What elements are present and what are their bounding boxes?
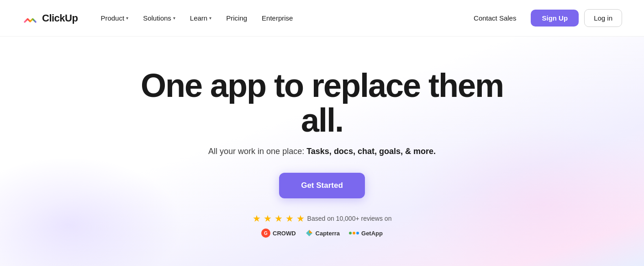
nav-enterprise[interactable]: Enterprise bbox=[255, 11, 299, 26]
logo-icon bbox=[22, 10, 38, 27]
g2-label: CROWD bbox=[273, 230, 296, 237]
star-1: ★ bbox=[253, 213, 261, 224]
getapp-label: GetApp bbox=[361, 230, 383, 237]
star-5: ★ bbox=[296, 213, 305, 224]
nav-right: Contact Sales Sign Up Log in bbox=[465, 9, 622, 27]
getapp-icon bbox=[349, 230, 359, 236]
nav-product[interactable]: Product ▾ bbox=[94, 11, 135, 26]
solutions-chevron-icon: ▾ bbox=[173, 16, 175, 21]
nav-solutions[interactable]: Solutions ▾ bbox=[137, 11, 182, 26]
star-3: ★ bbox=[274, 213, 283, 224]
svg-marker-1 bbox=[309, 230, 312, 233]
stars-row: ★ ★ ★ ★ ★ Based on 10,000+ reviews on bbox=[253, 213, 392, 224]
logo-text: ClickUp bbox=[42, 12, 78, 24]
g2-icon: G bbox=[261, 229, 270, 238]
logo-link[interactable]: ClickUp bbox=[22, 10, 78, 27]
signup-button[interactable]: Sign Up bbox=[531, 10, 579, 27]
star-4: ★ bbox=[285, 213, 294, 224]
hero-title: One app to replace them all. bbox=[116, 69, 528, 138]
contact-sales-button[interactable]: Contact Sales bbox=[465, 10, 525, 27]
nav-links: Product ▾ Solutions ▾ Learn ▾ Pricing En… bbox=[94, 11, 465, 26]
svg-point-4 bbox=[356, 232, 359, 234]
capterra-label: Capterra bbox=[316, 230, 340, 237]
star-2: ★ bbox=[264, 213, 272, 224]
getapp-badge: GetApp bbox=[349, 230, 383, 237]
login-button[interactable]: Log in bbox=[584, 9, 622, 27]
hero-subtitle: All your work in one place: Tasks, docs,… bbox=[208, 147, 436, 156]
svg-point-3 bbox=[353, 232, 355, 234]
badges-row: G CROWD Capterra GetApp bbox=[261, 229, 383, 238]
product-chevron-icon: ▾ bbox=[126, 16, 128, 21]
get-started-button[interactable]: Get Started bbox=[279, 173, 365, 198]
nav-learn[interactable]: Learn ▾ bbox=[184, 11, 218, 26]
ratings-section: ★ ★ ★ ★ ★ Based on 10,000+ reviews on G … bbox=[253, 213, 392, 238]
learn-chevron-icon: ▾ bbox=[209, 16, 211, 21]
capterra-badge: Capterra bbox=[305, 229, 340, 237]
capterra-icon bbox=[305, 229, 313, 237]
hero-section: One app to replace them all. All your wo… bbox=[0, 37, 644, 266]
g2-badge: G CROWD bbox=[261, 229, 296, 238]
ratings-text: Based on 10,000+ reviews on bbox=[307, 215, 392, 222]
navbar: ClickUp Product ▾ Solutions ▾ Learn ▾ Pr… bbox=[0, 0, 644, 37]
nav-pricing[interactable]: Pricing bbox=[220, 11, 253, 26]
svg-point-2 bbox=[349, 232, 352, 234]
